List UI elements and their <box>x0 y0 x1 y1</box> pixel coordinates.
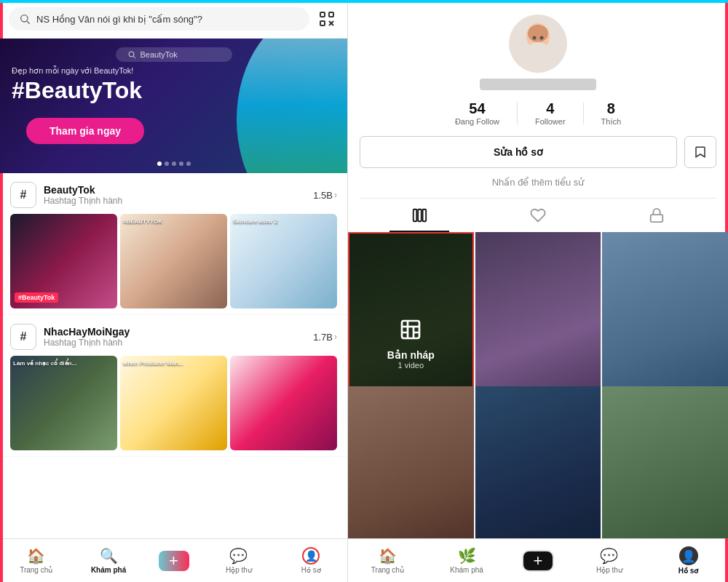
explore-icon-left: 🔍 <box>100 547 118 565</box>
content-area: # BeautyTok Hashtag Thịnh hành 1.5B › #B… <box>0 173 347 538</box>
inbox-icon-right: 💬 <box>600 547 618 565</box>
inbox-icon-left: 💬 <box>229 547 248 565</box>
video-cell-6[interactable] <box>602 386 728 539</box>
bookmark-button[interactable] <box>684 136 716 168</box>
trending-sub-1: Hashtag Thịnh hành <box>44 196 122 206</box>
profile-label-right: Hồ sơ <box>678 567 699 575</box>
trending-left-2: # NhacHayMoiNgay Hashtag Thịnh hành <box>10 324 130 350</box>
search-input-wrap[interactable]: NS Hồng Vân nói gì khi bị "cấm sóng"? <box>9 7 309 31</box>
banner-join-button[interactable]: Tham gia ngay <box>26 118 144 144</box>
svg-rect-19 <box>651 215 663 222</box>
nav-add-left[interactable]: + <box>145 551 203 571</box>
thumb-overlay-3: Làm về nhạc cổ điển... <box>13 360 114 367</box>
svg-line-1 <box>27 21 30 24</box>
nav-home-left[interactable]: 🏠 Trang chủ <box>0 547 72 574</box>
thumbnail-row-2: Làm về nhạc cổ điển... when Producer Man… <box>10 356 337 450</box>
svg-point-0 <box>21 15 28 22</box>
stat-followers[interactable]: 4 Follower <box>518 100 583 126</box>
banner-dots <box>157 162 191 166</box>
svg-point-15 <box>523 42 553 73</box>
likes-count: 8 <box>607 100 615 117</box>
trending-item-nhac: # NhacHayMoiNgay Hashtag Thịnh hành 1.7B… <box>0 315 347 457</box>
add-button-left[interactable]: + <box>159 551 189 571</box>
nav-explore-right[interactable]: 🌿 Khám phá <box>427 547 507 574</box>
thumb-music2[interactable]: when Producer Man... <box>120 356 227 450</box>
profile-header: 54 Đang Follow 4 Follower 8 Thích Sửa hồ… <box>348 0 728 232</box>
banner-hashtag-title: #BeautyTok <box>12 78 142 103</box>
explore-label-right: Khám phá <box>450 566 483 574</box>
stats-row: 54 Đang Follow 4 Follower 8 Thích <box>360 100 716 126</box>
inbox-label-right: Hộp thư <box>596 566 622 574</box>
search-text: NS Hồng Vân nói gì khi bị "cấm sóng"? <box>36 14 202 25</box>
edit-profile-button[interactable]: Sửa hồ sơ <box>360 136 677 168</box>
svg-rect-4 <box>320 21 325 25</box>
draft-sub: 1 video <box>398 361 424 370</box>
home-label-right: Trang chủ <box>371 566 404 574</box>
liked-tab-icon <box>530 207 546 223</box>
left-panel: NS Hồng Vân nói gì khi bị "cấm sóng"? Be… <box>0 0 348 582</box>
nav-inbox-right[interactable]: 💬 Hộp thư <box>570 547 649 574</box>
private-tab-icon <box>649 207 665 223</box>
trending-name-2[interactable]: NhacHayMoiNgay <box>44 326 130 338</box>
svg-point-11 <box>528 25 548 42</box>
search-bar: NS Hồng Vân nói gì khi bị "cấm sóng"? <box>0 0 347 39</box>
profile-actions: Sửa hồ sơ <box>360 136 716 168</box>
svg-rect-16 <box>413 210 416 222</box>
stat-likes[interactable]: 8 Thích <box>584 100 639 126</box>
banner-subtitle: Đẹp hơn mỗi ngày với BeautyTok! <box>12 66 133 76</box>
stat-following[interactable]: 54 Đang Follow <box>438 100 517 126</box>
follower-count: 4 <box>546 100 554 117</box>
tab-private[interactable] <box>598 199 716 232</box>
home-label-left: Trang chủ <box>20 566 52 574</box>
trending-item-beautytok: # BeautyTok Hashtag Thịnh hành 1.5B › #B… <box>0 173 347 315</box>
nav-profile-left[interactable]: 👤 Hồ sơ <box>275 547 347 574</box>
hashtag-icon-2: # <box>10 324 36 350</box>
thumb-music1[interactable]: Làm về nhạc cổ điển... <box>10 356 117 450</box>
trending-count-1: 1.5B › <box>313 190 337 201</box>
trending-left-1: # BeautyTok Hashtag Thịnh hành <box>10 182 122 208</box>
home-icon-left: 🏠 <box>27 547 45 565</box>
thumb-beauty1[interactable]: #BeautyTok <box>10 214 117 308</box>
nav-home-right[interactable]: 🏠 Trang chủ <box>348 547 427 574</box>
trending-sub-2: Hashtag Thịnh hành <box>44 338 130 348</box>
banner-search-text: BeautyTok <box>141 50 178 59</box>
draft-icon <box>399 318 422 346</box>
search-icon <box>19 13 31 25</box>
thumb-music3[interactable] <box>230 356 337 450</box>
profile-icon-right: 👤 <box>681 549 696 563</box>
trending-name-1[interactable]: BeautyTok <box>44 184 122 196</box>
nav-explore-left[interactable]: 🔍 Khám phá <box>72 547 144 574</box>
thumb-label-1: #BeautyTok <box>15 292 58 303</box>
explore-label-left: Khám phá <box>91 566 126 574</box>
trending-info-2: NhacHayMoiNgay Hashtag Thịnh hành <box>44 326 130 348</box>
draft-title: Bản nháp <box>387 349 435 361</box>
video-cell-4[interactable]: 👥 <box>348 386 474 539</box>
avatar-wrap <box>509 15 567 73</box>
scan-icon[interactable] <box>315 7 339 31</box>
profile-tabs <box>360 198 716 232</box>
explore-icon-right: 🌿 <box>458 547 476 565</box>
nav-inbox-left[interactable]: 💬 Hộp thư <box>202 547 274 574</box>
tab-liked[interactable] <box>478 199 597 232</box>
thumb-beauty3[interactable]: Skincare asmr 2 <box>230 214 337 308</box>
nav-add-right[interactable]: + <box>507 551 570 571</box>
add-button-right[interactable]: + <box>523 551 553 571</box>
follower-label: Follower <box>535 117 566 126</box>
trending-count-2: 1.7B › <box>313 332 337 343</box>
trending-header-1: # BeautyTok Hashtag Thịnh hành 1.5B › <box>10 182 337 208</box>
username-bar <box>480 79 596 90</box>
thumb-beauty2[interactable]: #BEAUTYTOK <box>120 214 227 308</box>
nav-profile-right[interactable]: 👤 Hồ sơ <box>649 546 728 575</box>
banner-search-box: BeautyTok <box>116 47 232 62</box>
svg-rect-20 <box>402 321 419 338</box>
thumb-overlay-1: #BEAUTYTOK <box>123 218 224 225</box>
trending-info-1: BeautyTok Hashtag Thịnh hành <box>44 184 122 206</box>
right-panel: 54 Đang Follow 4 Follower 8 Thích Sửa hồ… <box>348 0 728 582</box>
svg-point-12 <box>533 36 537 40</box>
likes-label: Thích <box>601 117 622 126</box>
bio-prompt[interactable]: Nhấn để thêm tiểu sử <box>492 177 585 188</box>
banner-figure <box>223 39 347 173</box>
svg-point-13 <box>540 36 544 40</box>
video-cell-5[interactable] <box>475 386 601 539</box>
tab-videos[interactable] <box>360 199 478 232</box>
